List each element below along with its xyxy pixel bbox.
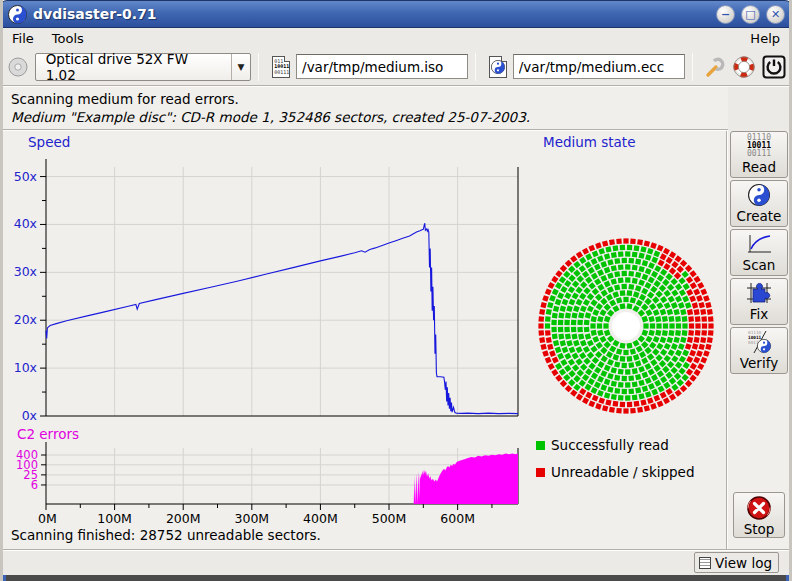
status-area: Scanning medium for read errors. Medium … <box>3 87 728 130</box>
close-button[interactable]: ✕ <box>766 5 785 24</box>
x-axis-tick: 100M <box>97 511 132 526</box>
drive-select[interactable]: Optical drive 52X FW 1.02 ▼ <box>35 53 252 81</box>
legend-good-label: Successfully read <box>551 437 669 453</box>
disc-hub-hole <box>612 312 640 340</box>
create-button[interactable]: Create <box>730 180 788 227</box>
toolbar-separator <box>692 53 693 81</box>
vertical-separator <box>726 131 728 549</box>
preferences-button[interactable] <box>700 52 730 82</box>
menu-tools[interactable]: Tools <box>43 30 93 47</box>
speed-ytick: 40x <box>14 216 37 231</box>
read-binary-icon: 011101001100111 <box>747 134 771 158</box>
bottom-status-bar: View log <box>3 549 789 575</box>
iso-image-button[interactable]: 0111001100111 <box>266 52 296 82</box>
speed-ytick: 30x <box>14 264 37 279</box>
drive-button[interactable] <box>3 52 33 82</box>
x-axis-tick: 400M <box>303 511 338 526</box>
menu-bar: File Tools Help <box>3 28 789 48</box>
x-axis-tick: 300M <box>234 511 269 526</box>
bad-sector-swatch <box>536 468 545 477</box>
verify-label: Verify <box>740 355 778 371</box>
scan-button[interactable]: Scan <box>730 229 788 276</box>
create-label: Create <box>737 208 782 224</box>
ecc-file-icon <box>489 56 507 78</box>
app-logo-icon <box>8 5 27 24</box>
menu-file[interactable]: File <box>3 30 43 47</box>
maximize-button[interactable]: □ <box>741 5 760 24</box>
toolbar: Optical drive 52X FW 1.02 ▼ 011100110011… <box>3 48 789 86</box>
stop-button[interactable]: Stop <box>733 492 785 538</box>
window-title: dvdisaster-0.71 <box>33 6 157 22</box>
ecc-path-input[interactable] <box>513 54 685 79</box>
log-list-icon <box>699 557 711 569</box>
good-sector-swatch <box>536 441 545 450</box>
verify-button[interactable]: 01110 10011 00111 Verify <box>730 327 788 374</box>
scan-label: Scan <box>743 257 776 273</box>
finish-message: Scanning finished: 28752 unreadable sect… <box>11 527 321 543</box>
title-bar[interactable]: dvdisaster-0.71 − □ ✕ <box>0 0 792 28</box>
cd-icon <box>7 56 29 78</box>
stop-icon <box>746 495 772 521</box>
speed-ytick: 10x <box>14 360 37 375</box>
wrench-icon <box>703 55 727 79</box>
fix-label: Fix <box>750 306 769 322</box>
legend-bad-label: Unreadable / skipped <box>551 464 694 480</box>
speed-ytick: 0x <box>22 408 37 423</box>
menu-help[interactable]: Help <box>741 30 789 47</box>
minimize-button[interactable]: − <box>716 5 735 24</box>
power-icon <box>762 55 786 79</box>
status-line-1: Scanning medium for read errors. <box>11 91 728 107</box>
scan-curve-icon <box>746 233 772 255</box>
read-label: Read <box>742 159 776 175</box>
x-axis-tick: 200M <box>166 511 201 526</box>
speed-line <box>46 223 518 414</box>
stop-label: Stop <box>744 521 775 537</box>
medium-state-title: Medium state <box>543 134 635 150</box>
chevron-down-icon: ▼ <box>231 54 251 80</box>
c2-error-area <box>414 454 518 504</box>
x-axis-tick: 0M <box>38 511 57 526</box>
legend-item-good: Successfully read <box>536 437 694 453</box>
speed-and-c2-charts: 0x10x20x30x40x50xC2 errors4001002560M100… <box>3 137 525 527</box>
ecc-file-button[interactable] <box>483 52 513 82</box>
help-button[interactable] <box>730 52 760 82</box>
verify-icon: 01110 10011 00111 <box>746 329 772 355</box>
speed-ytick: 20x <box>14 312 37 327</box>
toolbar-separator <box>258 53 259 81</box>
view-log-button[interactable]: View log <box>694 552 779 573</box>
iso-path-input[interactable] <box>296 54 468 79</box>
quit-button[interactable] <box>759 52 789 82</box>
lifebuoy-icon <box>732 55 756 79</box>
c2-ytick: 6 <box>31 478 38 492</box>
medium-state-legend: Successfully read Unreadable / skipped <box>536 437 694 491</box>
drive-select-value: Optical drive 52X FW 1.02 <box>36 51 231 83</box>
yin-yang-icon <box>748 184 770 206</box>
x-axis-tick: 600M <box>440 511 475 526</box>
legend-item-bad: Unreadable / skipped <box>536 464 694 480</box>
action-sidebar: 011101001100111 Read Create Scan <box>729 131 789 549</box>
fix-button[interactable]: Fix <box>730 278 788 325</box>
puzzle-piece-icon <box>746 281 772 305</box>
status-line-2: Medium "Example disc": CD-R mode 1, 3524… <box>11 109 728 125</box>
toolbar-separator <box>475 53 476 81</box>
x-axis-tick: 500M <box>372 511 407 526</box>
view-log-label: View log <box>715 555 772 571</box>
read-button[interactable]: 011101001100111 Read <box>730 131 788 178</box>
iso-file-icon: 0111001100111 <box>272 56 290 78</box>
main-area: Speed Medium state 0x10x20x30x40x50xC2 e… <box>3 131 789 549</box>
c2-chart-title: C2 errors <box>17 426 79 442</box>
speed-ytick: 50x <box>14 169 37 184</box>
window-bottom-border <box>0 575 792 581</box>
medium-state-disc <box>531 231 721 421</box>
app-window: dvdisaster-0.71 − □ ✕ File Tools Help Op… <box>0 0 792 581</box>
